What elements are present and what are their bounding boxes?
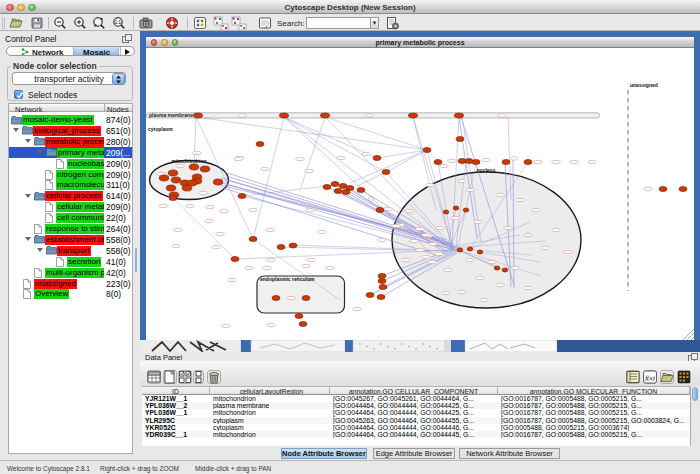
svg-text:nucleus: nucleus (477, 167, 496, 173)
svg-text:endoplasmic reticulum: endoplasmic reticulum (260, 276, 315, 282)
svg-text:mitochondrion: mitochondrion (172, 158, 207, 164)
svg-text:unassigned: unassigned (630, 82, 658, 88)
svg-text:plasma membrane: plasma membrane (149, 112, 193, 118)
svg-text:f(x): f(x) (645, 374, 655, 382)
svg-text:cytoplasm: cytoplasm (148, 126, 173, 132)
svg-text:1:1: 1:1 (115, 20, 122, 25)
